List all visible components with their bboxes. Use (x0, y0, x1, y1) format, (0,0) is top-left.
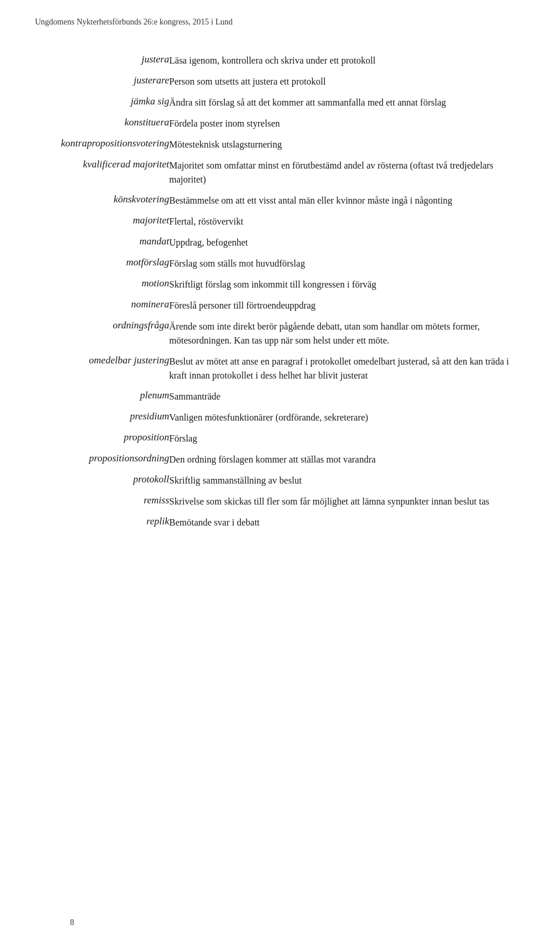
glossary-definition: Bemötande svar i debatt (169, 512, 525, 533)
glossary-row: kvalificerad majoritetMajoritet som omfa… (35, 155, 525, 190)
glossary-term: konstituera (35, 113, 169, 134)
glossary-term: proposition (35, 428, 169, 449)
glossary-row: omedelbar justeringBeslut av mötet att a… (35, 351, 525, 386)
glossary-term: ordningsfråga (35, 316, 169, 351)
glossary-row: plenumSammanträde (35, 386, 525, 407)
glossary-table: justeraLäsa igenom, kontrollera och skri… (35, 50, 525, 533)
glossary-definition: Ärende som inte direkt berör pågående de… (169, 316, 525, 351)
glossary-row: nomineraFöreslå personer till förtroende… (35, 295, 525, 316)
glossary-row: kontrapropositionsvoteringMötesteknisk u… (35, 134, 525, 155)
glossary-definition: Beslut av mötet att anse en paragraf i p… (169, 351, 525, 386)
glossary-definition: Läsa igenom, kontrollera och skriva unde… (169, 50, 525, 71)
glossary-definition: Majoritet som omfattar minst en förutbes… (169, 155, 525, 190)
page-header: Ungdomens Nykterhetsförbunds 26:e kongre… (35, 17, 525, 27)
glossary-term: presidium (35, 407, 169, 428)
glossary-row: remissSkrivelse som skickas till fler so… (35, 491, 525, 512)
glossary-term: justerare (35, 71, 169, 92)
glossary-term: replik (35, 512, 169, 533)
page-number: 8 (70, 918, 74, 927)
glossary-row: presidiumVanligen mötesfunktionärer (ord… (35, 407, 525, 428)
glossary-term: nominera (35, 295, 169, 316)
glossary-row: motionSkriftligt förslag som inkommit ti… (35, 274, 525, 295)
glossary-term: kvalificerad majoritet (35, 155, 169, 190)
glossary-term: propositionsordning (35, 449, 169, 470)
glossary-row: propositionFörslag (35, 428, 525, 449)
glossary-row: propositionsordningDen ordning förslagen… (35, 449, 525, 470)
glossary-term: majoritet (35, 211, 169, 232)
glossary-row: justeraLäsa igenom, kontrollera och skri… (35, 50, 525, 71)
glossary-term: mandat (35, 232, 169, 253)
glossary-term: könskvotering (35, 190, 169, 211)
glossary-definition: Förslag som ställs mot huvudförslag (169, 253, 525, 274)
glossary-term: jämka sig (35, 92, 169, 113)
glossary-definition: Förslag (169, 428, 525, 449)
glossary-row: konstitueraFördela poster inom styrelsen (35, 113, 525, 134)
glossary-row: jämka sigÄndra sitt förslag så att det k… (35, 92, 525, 113)
glossary-definition: Vanligen mötesfunktionärer (ordförande, … (169, 407, 525, 428)
glossary-row: justerarePerson som utsetts att justera … (35, 71, 525, 92)
glossary-term: remiss (35, 491, 169, 512)
glossary-definition: Ändra sitt förslag så att det kommer att… (169, 92, 525, 113)
glossary-term: kontrapropositionsvotering (35, 134, 169, 155)
glossary-row: mandatUppdrag, befogenhet (35, 232, 525, 253)
glossary-term: omedelbar justering (35, 351, 169, 386)
glossary-row: könskvoteringBestämmelse om att ett viss… (35, 190, 525, 211)
glossary-row: ordningsfrågaÄrende som inte direkt berö… (35, 316, 525, 351)
glossary-definition: Mötesteknisk utslagsturnering (169, 134, 525, 155)
glossary-term: plenum (35, 386, 169, 407)
glossary-row: majoritetFlertal, röstövervikt (35, 211, 525, 232)
glossary-term: justera (35, 50, 169, 71)
glossary-row: motförslagFörslag som ställs mot huvudfö… (35, 253, 525, 274)
glossary-definition: Bestämmelse om att ett visst antal män e… (169, 190, 525, 211)
glossary-definition: Skriftlig sammanställning av beslut (169, 470, 525, 491)
glossary-definition: Skriftligt förslag som inkommit till kon… (169, 274, 525, 295)
glossary-definition: Fördela poster inom styrelsen (169, 113, 525, 134)
glossary-row: replikBemötande svar i debatt (35, 512, 525, 533)
glossary-term: protokoll (35, 470, 169, 491)
glossary-definition: Sammanträde (169, 386, 525, 407)
glossary-definition: Den ordning förslagen kommer att ställas… (169, 449, 525, 470)
glossary-row: protokollSkriftlig sammanställning av be… (35, 470, 525, 491)
glossary-definition: Uppdrag, befogenhet (169, 232, 525, 253)
glossary-definition: Flertal, röstövervikt (169, 211, 525, 232)
glossary-definition: Skrivelse som skickas till fler som får … (169, 491, 525, 512)
glossary-term: motion (35, 274, 169, 295)
glossary-term: motförslag (35, 253, 169, 274)
glossary-definition: Person som utsetts att justera ett proto… (169, 71, 525, 92)
glossary-definition: Föreslå personer till förtroendeuppdrag (169, 295, 525, 316)
